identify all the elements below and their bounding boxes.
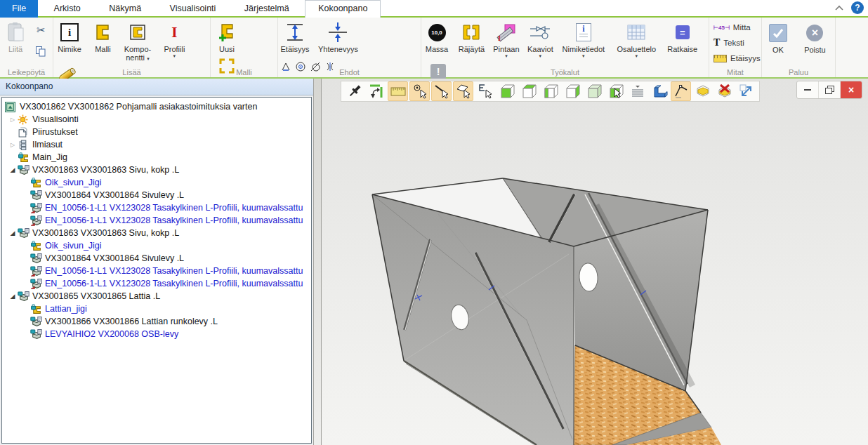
tab-kokoonpano[interactable]: Kokoonpano (305, 0, 381, 18)
close-button[interactable]: × (840, 81, 862, 98)
ok-button[interactable]: OK (762, 23, 794, 54)
tree-item-jig[interactable]: Oik_sivun_Jigi (2, 176, 311, 189)
to-surface-icon: I (497, 20, 516, 45)
osaluettelo-button[interactable]: Osaluettelo ▾ (611, 20, 662, 59)
text-icon: T (714, 38, 720, 48)
scissors-icon: ✂ (37, 24, 46, 36)
sketch-profile-icon[interactable] (671, 81, 691, 101)
tab-file[interactable]: File (0, 0, 38, 18)
tree-item-ilmiasut[interactable]: ▷ Ilmiasut (2, 138, 311, 151)
expander-open-icon[interactable]: ◢ (8, 166, 18, 173)
tree-item-part[interactable]: LEVYAIHIO2 VX200068 OSB-levy (2, 328, 311, 340)
cube-front-face-icon[interactable] (497, 81, 517, 101)
item-data-icon: i (576, 20, 591, 45)
nimiketiedot-button[interactable]: i Nimiketiedot ▾ (559, 20, 608, 59)
tree-item-profile[interactable]: EN_10056-1-L1 VX123028 Tasakylkinen L-Pr… (2, 201, 311, 214)
copy-button[interactable] (32, 45, 49, 60)
paste-button[interactable]: Liitä (1, 20, 29, 53)
dimension-icon: ⊢45⊣ (714, 25, 730, 31)
tree-item-main-jig[interactable]: Main_Jig (2, 151, 311, 164)
malli-button[interactable]: Malli (88, 20, 117, 53)
tree-item-visualisointi[interactable]: ▷ Visualisointi (2, 113, 311, 126)
drawings-icon (18, 127, 29, 137)
assembly-root-icon (5, 102, 17, 112)
tree-item-jig[interactable]: Lattian_jigi (2, 303, 311, 315)
tree-item-part[interactable]: VX3001864 VX3001864 Sivulevy .L (2, 252, 311, 265)
etaisyys-mitta-button[interactable]: Etäisyys (709, 51, 761, 66)
uusi-button[interactable]: Uusi (211, 20, 243, 53)
fill-box-icon[interactable] (692, 81, 713, 101)
tree-item-profile[interactable]: EN_10056-1-L1 VX123028 Tasakylkinen L-Pr… (2, 277, 311, 290)
massa-button[interactable]: 10,0 Massa (421, 20, 452, 53)
profile-part-icon (30, 279, 42, 288)
select-face-icon[interactable] (453, 81, 473, 101)
tree-item-assembly[interactable]: ◢ VX3001863 VX3001863 Sivu, kokp .L (2, 227, 311, 239)
assembly-panel: Kokoonpano VX3001862 VX3001862 Pohjamall… (0, 79, 313, 445)
help-icon[interactable]: ? (851, 1, 864, 14)
tree-item-part[interactable]: VX3001864 VX3001864 Sivulevy .L (2, 189, 311, 201)
minimize-button[interactable] (797, 81, 818, 98)
minimize-icon (804, 89, 811, 91)
restore-button[interactable] (818, 81, 840, 98)
tree-item-piirustukset[interactable]: Piirustukset (2, 126, 311, 138)
tab-visualisointi[interactable]: Visualisointi (157, 0, 229, 18)
select-edge-icon[interactable] (431, 81, 452, 101)
tab-nakyma[interactable]: Näkymä (96, 0, 154, 18)
yhtenevyys-button[interactable]: Yhtenevyys (315, 20, 361, 53)
cube-left-face-icon[interactable] (540, 81, 560, 101)
expander-open-icon[interactable]: ◢ (8, 293, 18, 300)
kaaviot-button[interactable]: Kaaviot ▾ (525, 20, 555, 59)
jig-icon (18, 152, 29, 162)
ruler-icon[interactable] (388, 81, 408, 101)
tab-jarjestelma[interactable]: Järjestelmä (232, 0, 302, 18)
tree-item-profile[interactable]: EN_10056-1-L1 VX123028 Tasakylkinen L-Pr… (2, 265, 311, 277)
teksti-button[interactable]: T Teksti (709, 35, 761, 51)
nimike-button[interactable]: i Nimike (53, 20, 86, 53)
profile-beam-icon[interactable] (649, 81, 669, 101)
tree-item-part[interactable]: VX3001866 VX3001866 Lattian runkolevy .L (2, 315, 311, 328)
mitta-button[interactable]: ⊢45⊣ Mitta (709, 20, 761, 35)
group-label-tyokalut: Työkalut (421, 68, 709, 77)
assembly-tree[interactable]: VX3001862 VX3001862 Pohjamalli asiakasto… (1, 97, 312, 444)
display-list-icon[interactable] (627, 81, 647, 101)
group-tyokalut: 10,0 Massa Räjäytä I Pintaan ▾ Kaaviot ▾… (421, 18, 709, 77)
sub-assembly-icon (18, 291, 29, 301)
poistu-button[interactable]: × Poistu (797, 23, 832, 54)
tab-arkisto[interactable]: Arkisto (41, 0, 93, 18)
profiili-button[interactable]: I Profiili ▾ (158, 20, 190, 59)
item-info-icon: i (60, 20, 79, 45)
dropdown-arrow-icon: ▾ (539, 53, 542, 59)
3d-viewport[interactable]: × (322, 79, 868, 445)
expander-closed-icon[interactable]: ▷ (8, 117, 18, 123)
viewport-window-controls: × (796, 81, 862, 99)
expander-closed-icon[interactable]: ▷ (8, 142, 18, 148)
collapse-ribbon-icon[interactable] (834, 5, 844, 11)
panel-splitter[interactable] (313, 79, 322, 445)
select-profile-icon[interactable] (475, 81, 495, 101)
pintaan-button[interactable]: I Pintaan ▾ (491, 20, 522, 59)
cube-shaded-icon[interactable] (584, 81, 604, 101)
cube-right-face-icon[interactable] (562, 81, 582, 101)
komponentti-button[interactable]: Kompo- nentti ▾ (120, 20, 155, 62)
tree-item-jig[interactable]: Oik_sivun_Jigi (2, 239, 311, 252)
ruler-icon (714, 55, 727, 62)
etaisyys-button[interactable]: Etäisyys (278, 20, 312, 53)
close-icon: × (848, 84, 854, 95)
tree-item-assembly[interactable]: ◢ VX3001865 VX3001865 Lattia .L (2, 290, 311, 303)
tree-item-assembly[interactable]: ◢ VX3001863 VX3001863 Sivu, kokp .L (2, 164, 311, 176)
pin-icon[interactable] (344, 81, 364, 101)
coincidence-constraint-icon (326, 20, 350, 45)
dimension-direction-icon[interactable] (366, 81, 386, 101)
delete-box-icon[interactable] (714, 81, 735, 101)
tree-item-root[interactable]: VX3001862 VX3001862 Pohjamalli asiakasto… (2, 100, 311, 113)
expander-open-icon[interactable]: ◢ (8, 230, 18, 237)
expand-view-icon[interactable] (736, 81, 756, 101)
rajayta-button[interactable]: Räjäytä (455, 20, 487, 53)
cube-select-icon[interactable] (605, 81, 626, 101)
select-point-icon[interactable] (409, 81, 430, 101)
dropdown-arrow-icon: ▾ (582, 53, 585, 59)
tree-item-profile[interactable]: EN_10056-1-L1 VX123028 Tasakylkinen L-Pr… (2, 214, 311, 227)
cut-button[interactable]: ✂ (32, 22, 49, 38)
ratkaise-button[interactable]: = Ratkaise (665, 20, 700, 53)
cube-top-face-icon[interactable] (518, 81, 539, 101)
